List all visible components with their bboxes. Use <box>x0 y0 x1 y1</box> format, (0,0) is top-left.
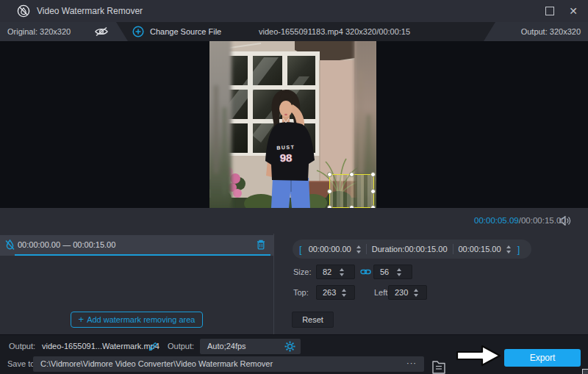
top-label: Top: <box>293 288 309 297</box>
output-format-dropdown[interactable]: Auto;24fps <box>200 339 301 354</box>
browse-more-button[interactable]: ··· <box>406 359 417 367</box>
duration-field: Duration:00:00:15.00 <box>372 245 448 253</box>
annotation-arrow <box>456 345 503 367</box>
watermark-selection-box[interactable] <box>329 174 374 208</box>
reset-button[interactable]: Reset <box>292 312 334 328</box>
open-folder-icon[interactable] <box>431 358 447 374</box>
left-value: 230 <box>389 288 408 297</box>
selection-handle-e[interactable] <box>370 189 376 194</box>
source-meta: 320x320/00:00:15 <box>345 22 410 41</box>
bracket-close: ] <box>511 244 527 255</box>
panel-divider <box>273 234 274 334</box>
app-logo-icon <box>17 4 30 18</box>
footer-bar: Output: video-1655091...Watermark.mp4 Ou… <box>0 334 588 374</box>
change-source-button[interactable]: Change Source File <box>150 22 221 41</box>
output-resolution-panel: Output: 320x320 <box>484 22 588 41</box>
plus-icon: + <box>79 314 85 325</box>
source-toolbar: Original: 320x320 Change Source File vid… <box>0 22 588 41</box>
shirt-print-number: 98 <box>280 151 293 164</box>
title-bar: Video Watermark Remover ✕ <box>0 0 588 22</box>
left-field[interactable]: 230 <box>388 285 427 300</box>
hide-preview-icon[interactable] <box>93 26 110 37</box>
top-stepper[interactable] <box>336 289 351 297</box>
end-time-field[interactable]: 00:00:15.00 <box>459 245 501 253</box>
lock-ratio-icon[interactable] <box>360 267 371 277</box>
time-display: 00:00:05.09/00:00:15.00 <box>474 208 566 234</box>
height-stepper[interactable] <box>391 268 408 276</box>
output-filename: video-1655091...Watermark.mp4 <box>42 342 159 350</box>
watermark-segment-row[interactable]: 00:00:00.00 — 00:00:15.00 <box>0 235 273 256</box>
volume-icon[interactable] <box>559 215 572 227</box>
maximize-button[interactable] <box>545 7 554 15</box>
bracket-open: [ <box>293 244 309 255</box>
watermark-blur-preview <box>330 175 373 207</box>
video-preview[interactable]: BUST 98 <box>209 41 376 208</box>
delete-segment-icon[interactable] <box>256 239 266 251</box>
height-value: 56 <box>374 267 391 276</box>
selection-handle-w[interactable] <box>327 189 332 194</box>
save-path-field[interactable]: C:\Vidmore\Vidmore Video Converter\Video… <box>33 356 424 372</box>
left-stepper[interactable] <box>408 289 423 297</box>
preview-stage: BUST 98 <box>0 41 588 208</box>
source-filename: video-1655091183.mp4 <box>259 22 343 41</box>
segment-active-indicator <box>15 254 270 256</box>
add-watermark-area-button[interactable]: +Add watermark removing area <box>71 312 203 328</box>
width-value: 82 <box>317 267 334 276</box>
output-resolution-label: Output: 320x320 <box>521 22 581 41</box>
output-name-label: Output: <box>9 342 35 350</box>
background-window-sliver <box>582 369 588 374</box>
selection-handle-nw[interactable] <box>327 172 332 177</box>
window-title: Video Watermark Remover <box>37 0 143 22</box>
format-settings-gear-icon[interactable] <box>284 341 295 352</box>
editor-panels: 00:00:00.00 — 00:00:15.00 +Add watermark… <box>0 234 588 334</box>
transport-bar: 00:00:05.09/00:00:15.00 <box>0 208 588 234</box>
original-resolution-label: Original: 320x320 <box>7 22 71 41</box>
start-time-stepper[interactable] <box>356 245 361 253</box>
start-time-field[interactable]: 00:00:00.00 <box>309 245 351 253</box>
size-label: Size: <box>293 267 311 276</box>
export-button[interactable]: Export <box>504 349 581 367</box>
top-value: 263 <box>317 288 336 297</box>
output-format-label: Output: <box>168 342 194 350</box>
segment-time-range: 00:00:00.00 — 00:00:15.00 <box>18 235 115 254</box>
save-path-value: C:\Vidmore\Vidmore Video Converter\Video… <box>40 359 273 368</box>
close-button[interactable]: ✕ <box>569 0 578 22</box>
current-time: 00:00:05.09 <box>474 216 519 225</box>
shirt-print-text: BUST <box>276 144 295 150</box>
selection-handle-ne[interactable] <box>370 172 376 177</box>
segment-time-editor: [ 00:00:00.00 Duration:00:00:15.00 00:00… <box>293 240 531 259</box>
change-source-icon[interactable] <box>132 26 144 37</box>
rename-icon[interactable] <box>148 341 159 352</box>
add-area-label: Add watermark removing area <box>87 315 195 324</box>
selection-handle-n[interactable] <box>349 172 354 177</box>
watermark-drop-icon <box>4 239 15 251</box>
output-format-value: Auto;24fps <box>207 342 246 350</box>
width-stepper[interactable] <box>334 268 351 276</box>
height-field[interactable]: 56 <box>373 265 412 279</box>
width-field[interactable]: 82 <box>316 265 355 279</box>
top-field[interactable]: 263 <box>316 285 355 300</box>
